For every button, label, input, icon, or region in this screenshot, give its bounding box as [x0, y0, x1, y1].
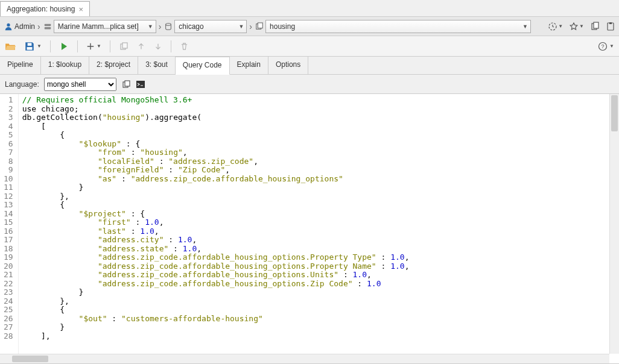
server-combo-label: Marine Mamm...plica set] [58, 22, 145, 31]
stage-tab[interactable]: Options [268, 57, 308, 74]
breadcrumb-separator: › [157, 22, 163, 31]
gutter: 1234567891011121314151617181920212223242… [0, 94, 19, 363]
collection-combo[interactable]: housing ▼ [265, 20, 531, 33]
help-button[interactable]: ?▼ [598, 42, 614, 51]
collection-combo-label: housing [270, 22, 520, 31]
stage-tab[interactable]: 2: $project [89, 57, 138, 74]
history-icon[interactable]: ▼ [548, 22, 563, 31]
database-combo[interactable]: chicago ▼ [174, 20, 247, 33]
stage-tab[interactable]: Explain [230, 57, 268, 74]
server-icon [43, 22, 52, 31]
svg-rect-12 [28, 43, 32, 46]
horizontal-scrollbar[interactable] [0, 354, 609, 363]
save-button[interactable]: ▼ [24, 41, 42, 52]
open-shell-icon[interactable] [136, 80, 145, 89]
breadcrumb-user: Admin [14, 22, 35, 31]
toolbar-separator [50, 40, 51, 52]
stage-tabs: Pipeline1: $lookup2: $project3: $outQuer… [0, 57, 619, 75]
chevron-down-icon: ▼ [238, 24, 244, 30]
stage-tab[interactable]: Pipeline [0, 57, 41, 74]
stage-tab[interactable]: Query Code [176, 57, 230, 75]
chevron-down-icon: ▼ [148, 24, 153, 30]
document-tab[interactable]: Aggregation: housing × [0, 1, 90, 16]
svg-rect-1 [44, 24, 51, 26]
database-combo-label: chicago [179, 22, 236, 31]
run-button[interactable] [59, 42, 69, 51]
breadcrumb-bar: Admin › Marine Mamm...plica set] ▼ › chi… [0, 17, 619, 36]
database-icon [163, 22, 173, 31]
collection-icon [255, 22, 264, 31]
svg-rect-14 [122, 43, 127, 48]
move-down-button[interactable] [154, 42, 162, 51]
toolbar-separator [77, 40, 78, 52]
delete-stage-button[interactable] [180, 42, 189, 51]
toolbar: ▼ ▼ ?▼ [0, 36, 619, 57]
copy-code-icon[interactable] [121, 80, 131, 89]
breadcrumb-separator: › [36, 22, 42, 31]
svg-text:?: ? [602, 43, 605, 49]
svg-point-3 [166, 23, 171, 25]
open-button[interactable] [5, 41, 16, 52]
stage-tab[interactable]: 1: $lookup [41, 57, 89, 74]
toolbar-separator [171, 40, 171, 52]
language-bar: Language: mongo shell [0, 75, 619, 94]
svg-point-0 [7, 23, 10, 26]
duplicate-stage-button[interactable] [119, 42, 129, 51]
move-up-button[interactable] [137, 42, 145, 51]
svg-rect-18 [125, 81, 130, 86]
document-tab-title: Aggregation: housing [7, 5, 75, 13]
svg-rect-19 [136, 81, 145, 88]
stage-tab[interactable]: 3: $out [138, 57, 176, 74]
document-tab-bar: Aggregation: housing × [0, 0, 619, 17]
close-icon[interactable]: × [78, 5, 83, 14]
language-label: Language: [5, 80, 39, 89]
breadcrumb-separator: › [248, 22, 253, 31]
svg-rect-10 [609, 22, 612, 24]
favorite-icon[interactable]: ▼ [569, 22, 584, 31]
server-combo[interactable]: Marine Mamm...plica set] ▼ [54, 20, 156, 33]
user-icon [4, 22, 13, 31]
add-stage-button[interactable]: ▼ [86, 42, 101, 51]
svg-rect-2 [44, 27, 51, 29]
svg-rect-8 [594, 22, 598, 28]
copy-icon[interactable] [590, 22, 600, 31]
chevron-down-icon: ▼ [522, 24, 528, 30]
paste-icon[interactable] [606, 22, 615, 31]
code-editor[interactable]: 1234567891011121314151617181920212223242… [0, 94, 619, 364]
svg-rect-11 [27, 47, 33, 50]
language-select[interactable]: mongo shell [44, 78, 116, 91]
code-area[interactable]: // Requires official MongoShell 3.6+use … [19, 94, 619, 363]
svg-rect-5 [258, 22, 262, 28]
vertical-scrollbar[interactable] [609, 94, 619, 354]
toolbar-separator [110, 40, 110, 52]
